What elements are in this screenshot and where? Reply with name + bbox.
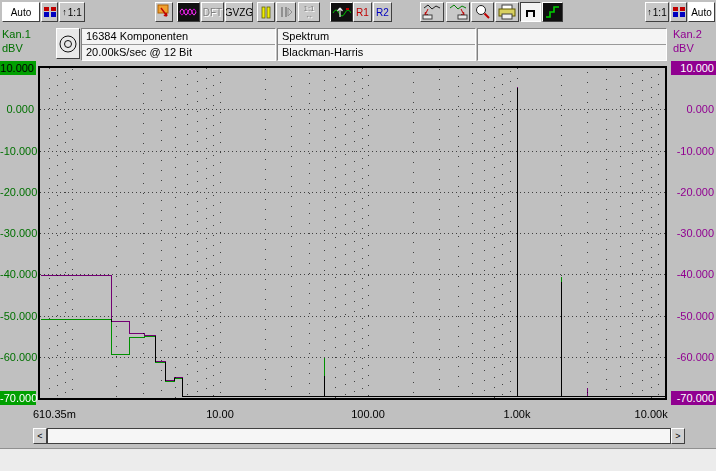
y-axis-label-right: -60.000: [671, 350, 716, 364]
waveform-display-button[interactable]: [177, 2, 200, 22]
printer-icon: [497, 4, 517, 20]
speaker-rings-icon: [58, 33, 78, 55]
flag-left-button[interactable]: [41, 2, 58, 22]
empty-info-line2: [478, 45, 666, 61]
channel2-label: Kan.2 dBV: [673, 27, 702, 55]
y-axis-label-left: -10.000: [0, 144, 36, 158]
acquisition-info-box: 16384 Komponenten 20.00kS/sec @ 12 Bit: [81, 28, 276, 61]
channel2-unit: dBV: [673, 41, 702, 55]
trigger-button[interactable]: [330, 2, 353, 22]
y-axis-label-right: -20.000: [671, 185, 716, 199]
flag-right-button[interactable]: [670, 2, 687, 22]
horizontal-scrollbar: < >: [33, 428, 685, 444]
print-button[interactable]: [495, 2, 519, 22]
step-play-icon: [279, 6, 293, 18]
x-axis-label: 10.00k: [635, 408, 668, 422]
magnifier-icon: [474, 4, 491, 21]
scroll-left-icon: <: [37, 431, 42, 441]
single-step-button[interactable]: [276, 2, 296, 22]
pause-icon: [260, 6, 272, 19]
channel1-name: Kan.1: [2, 27, 31, 41]
auto-scale-left-label: Auto: [11, 7, 32, 18]
y-axis-label-left: -40.000: [0, 267, 36, 281]
fft-size-value: 16384 Komponenten: [82, 29, 275, 45]
window-function-value: Blackman-Harris: [278, 45, 475, 61]
store-trace-icon: [422, 4, 442, 20]
scroll-right-icon: >: [675, 431, 680, 441]
status-bar: [0, 448, 716, 471]
toolbar: Auto ↑1:1 DFT GVZG: [0, 0, 716, 25]
channel2-name: Kan.2: [673, 27, 702, 41]
y-axis-label-right: -70.000: [671, 391, 716, 405]
y-axis-label-right: 0.000: [671, 102, 716, 116]
measurement-mode-value: Spektrum: [278, 29, 475, 45]
samplerate-value: 20.00kS/sec @ 12 Bit: [82, 45, 275, 61]
y-axis-label-right: -50.000: [671, 309, 716, 323]
magenta-waveform-icon: [179, 5, 198, 19]
auto-scale-right-button[interactable]: Auto: [688, 2, 715, 22]
scale-1to1-right-label: 1:1: [653, 7, 667, 18]
zoom-button[interactable]: [471, 2, 494, 22]
auto-scale-right-label: Auto: [691, 7, 712, 18]
y-axis-label-right: -10.000: [671, 144, 716, 158]
spectrum-analyzer-window: Auto ↑1:1 DFT GVZG: [0, 0, 716, 471]
scale-1to1-right-button[interactable]: ↑1:1: [645, 2, 669, 22]
y-axis-label-left: -60.000: [0, 350, 36, 364]
x-axis-label: 610.35m: [33, 408, 76, 422]
y-axis-label-left: -50.000: [0, 309, 36, 323]
x-axis-label: 1.00k: [504, 408, 531, 422]
scroll-left-button[interactable]: <: [33, 428, 47, 444]
y-axis-label-left: -70.000: [0, 391, 36, 405]
h-arrows-icon: ↔: [305, 12, 313, 19]
pause-button[interactable]: [257, 2, 275, 22]
zoom-1to1-button[interactable]: 1:1 ↔: [298, 2, 320, 22]
up-arrow-icon: ↑: [647, 7, 652, 17]
spectrum-plot-svg: [40, 68, 665, 398]
recall-trace-icon: [448, 4, 468, 20]
dft-button[interactable]: DFT: [201, 2, 224, 22]
y-axis-label-left: -20.000: [0, 185, 36, 199]
scroll-right-button[interactable]: >: [671, 428, 685, 444]
pointer-tool-button[interactable]: [155, 2, 173, 22]
window-function-button[interactable]: [520, 2, 541, 22]
recall-trace-button[interactable]: [446, 2, 470, 22]
step-response-button[interactable]: [542, 2, 563, 22]
y-axis-label-right: -40.000: [671, 267, 716, 281]
pointer-tool-icon: [157, 4, 171, 20]
reference2-button[interactable]: R2: [373, 2, 392, 22]
flag-icon: [673, 7, 685, 17]
reference2-label: R2: [376, 7, 389, 18]
scrollbar-track[interactable]: [47, 428, 671, 444]
store-trace-button[interactable]: [420, 2, 444, 22]
rect-window-icon: [526, 10, 535, 17]
spectrum-plot-area[interactable]: [38, 66, 667, 400]
reference1-label: R1: [356, 7, 369, 18]
x-axis-label: 100.00: [351, 408, 385, 422]
trigger-waveform-icon: [332, 5, 351, 19]
reference1-button[interactable]: R1: [353, 2, 372, 22]
auto-scale-left-button[interactable]: Auto: [2, 2, 40, 22]
scale-1to1-left-button[interactable]: ↑1:1: [59, 2, 85, 22]
up-arrow-icon: ↑: [62, 7, 67, 17]
x-axis-label: 10.00: [206, 408, 234, 422]
gvzg-button[interactable]: GVZG: [225, 2, 253, 22]
flag-icon: [44, 7, 56, 17]
empty-info-line1: [478, 29, 666, 45]
empty-info-box: [477, 28, 667, 61]
y-axis-label-left: -30.000: [0, 226, 36, 240]
gvzg-label: GVZG: [225, 7, 253, 18]
analysis-info-box: Spektrum Blackman-Harris: [277, 28, 476, 61]
channel1-unit: dBV: [2, 41, 31, 55]
green-steps-icon: [545, 5, 560, 19]
scale-1to1-left-label: 1:1: [68, 7, 82, 18]
y-axis-label-right: 10.000: [671, 61, 716, 75]
y-axis-label-right: -30.000: [671, 226, 716, 240]
input-source-button[interactable]: [56, 28, 80, 59]
dft-label: DFT: [203, 7, 222, 18]
y-axis-label-left: 0.000: [0, 102, 36, 116]
channel1-label: Kan.1 dBV: [2, 27, 31, 55]
y-axis-label-left: 10.000: [0, 61, 36, 75]
zoom-1to1-icon: 1:1 ↔: [303, 5, 314, 19]
